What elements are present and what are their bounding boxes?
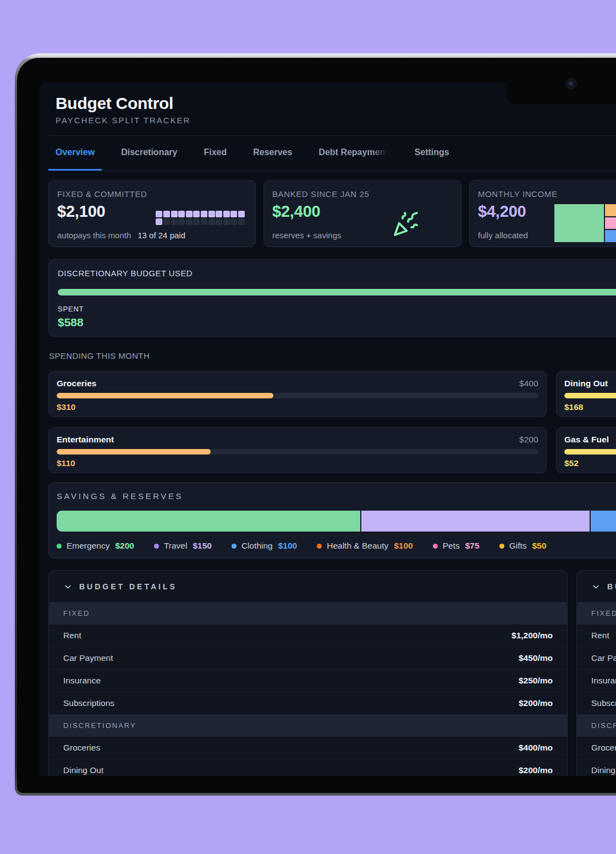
stat-label: MONTHLY INCOME <box>478 189 616 200</box>
tab-settings[interactable]: Settings <box>408 136 457 171</box>
allocation-treemap-chart <box>554 204 616 242</box>
savings-reserves-card: SAVINGS & RESERVES Emergency$200Travel$1… <box>48 482 616 559</box>
stat-sub-highlight: 13 of 24 paid <box>138 231 185 240</box>
budget-details-collapse-header[interactable]: BUDGET DETAILS <box>577 571 616 602</box>
spending-progress-fill <box>564 393 616 398</box>
autopay-cell-paid <box>156 218 162 225</box>
webcam-icon <box>565 78 577 90</box>
spending-cards-grid: Groceries$400$310Dining Out$200$168Enter… <box>48 371 616 473</box>
autopay-cell-paid <box>201 211 207 217</box>
autopay-cell-paid <box>186 211 193 217</box>
spending-progress-track <box>564 393 616 398</box>
details-row-car-payment: Car Payment$450/mo <box>49 647 567 669</box>
spending-progress-track <box>564 449 616 455</box>
autopay-cell-unpaid <box>193 218 200 225</box>
legend-value: $100 <box>394 540 413 551</box>
page-subtitle: PAYCHECK SPLIT TRACKER <box>56 115 616 126</box>
discretionary-budget-card: DISCRETIONARY BUDGET USED SPENT $588 <box>48 259 616 337</box>
legend-name: Clothing <box>241 540 273 551</box>
budget-details-title: BUDGET DETAILS <box>79 581 177 593</box>
details-row-name: Insurance <box>63 676 101 686</box>
legend-name: Emergency <box>67 540 109 551</box>
allocation-block-main <box>554 204 604 242</box>
spending-card-header: Gas & Fuel$100 <box>564 434 616 445</box>
details-row-value: $1,200/mo <box>512 631 553 640</box>
details-row-name: Groceries <box>63 743 100 753</box>
tab-overview[interactable]: Overview <box>48 136 102 171</box>
autopay-cell-unpaid <box>208 218 215 225</box>
laptop-mockup: Budget Control PAYCHECK SPLIT TRACKER Ov… <box>15 53 616 796</box>
party-popper-icon <box>393 211 419 239</box>
legend-item-health-beauty: Health & Beauty$100 <box>317 540 413 551</box>
spending-amount-spent: $110 <box>57 458 538 468</box>
details-row-name: Subscriptions <box>63 698 114 708</box>
budget-details-collapse-header[interactable]: BUDGET DETAILS <box>49 571 567 602</box>
savings-legend: Emergency$200Travel$150Clothing$100Healt… <box>57 540 616 551</box>
details-row-name: Rent <box>591 631 609 640</box>
tab-reserves[interactable]: Reserves <box>246 136 299 171</box>
autopay-cell-unpaid <box>163 218 170 225</box>
tab-debt-repayment[interactable]: Debt Repayment <box>311 136 395 171</box>
autopay-cell-paid <box>171 211 178 217</box>
legend-dot-icon <box>232 544 237 549</box>
allocation-block <box>605 230 616 242</box>
details-row-insurance: Insurance$250/mo <box>49 669 567 692</box>
spending-category-budget: $400 <box>519 377 538 389</box>
autopay-cell-unpaid <box>178 218 185 225</box>
autopay-cell-paid <box>178 211 185 217</box>
tab-discretionary[interactable]: Discretionary <box>114 136 184 171</box>
savings-stacked-bar <box>57 511 616 532</box>
spending-card-dining-out: Dining Out$200$168 <box>556 371 616 417</box>
chevron-down-icon <box>591 582 601 592</box>
stat-subtext: reserves + savings <box>272 230 453 241</box>
autopay-cell-paid <box>216 211 222 217</box>
spending-amount-spent: $168 <box>564 402 616 412</box>
legend-dot-icon <box>57 544 62 549</box>
details-row-rent: Rent$1,200/mo <box>577 624 616 647</box>
savings-segment-clothing <box>591 511 616 532</box>
details-row-value: $250/mo <box>519 676 553 686</box>
legend-value: $50 <box>532 540 547 551</box>
discretionary-progress-track <box>58 289 616 295</box>
autopay-cell-unpaid <box>230 218 237 225</box>
discretionary-label: DISCRETIONARY BUDGET USED <box>58 268 616 279</box>
stat-label: FIXED & COMMITTED <box>57 189 247 200</box>
spending-progress-fill <box>57 393 273 398</box>
chevron-down-icon <box>63 582 73 592</box>
autopay-cell-unpaid <box>201 218 207 225</box>
autopay-cell-unpaid <box>186 218 193 225</box>
details-row-dining-out: Dining Out$200/mo <box>49 759 567 776</box>
autopay-cell-unpaid <box>216 218 222 225</box>
legend-item-emergency: Emergency$200 <box>57 540 134 551</box>
legend-name: Health & Beauty <box>327 540 388 551</box>
spending-progress-fill <box>57 449 211 455</box>
stat-value: $2,400 <box>272 202 453 221</box>
details-row-value: $200/mo <box>519 765 553 775</box>
details-row-subscriptions: Subscriptions$200/mo <box>49 692 567 714</box>
spending-category-name: Dining Out <box>564 377 608 389</box>
stat-card-fixed-committed: FIXED & COMMITTED $2,100 autopays this m… <box>48 180 256 247</box>
tab-label: Debt Repayment <box>318 147 388 157</box>
stat-subtext: autopays this month13 of 24 paid <box>57 230 247 241</box>
budget-details-grid: BUDGET DETAILSFIXEDRent$1,200/moCar Paym… <box>48 570 616 776</box>
details-row-value: $450/mo <box>519 653 553 663</box>
legend-item-clothing: Clothing$100 <box>232 540 297 551</box>
autopay-cell-paid <box>223 211 230 217</box>
savings-section-label: SAVINGS & RESERVES <box>57 491 616 502</box>
spending-amount-spent: $310 <box>57 402 538 412</box>
spending-category-name: Entertainment <box>57 434 114 445</box>
details-row-rent: Rent$1,200/mo <box>49 624 567 647</box>
details-row-subscriptions: Subscriptions$200/mo <box>577 692 616 714</box>
tab-label: Overview <box>56 147 95 157</box>
tab-label: Fixed <box>204 147 227 157</box>
spending-category-name: Groceries <box>57 377 96 389</box>
budget-details-panel: BUDGET DETAILSFIXEDRent$1,200/moCar Paym… <box>576 570 616 776</box>
spending-card-header: Entertainment$200 <box>57 434 538 445</box>
tab-fixed[interactable]: Fixed <box>196 136 234 171</box>
legend-value: $100 <box>278 540 297 551</box>
details-row-value: $400/mo <box>519 743 553 753</box>
spending-card-header: Dining Out$200 <box>564 377 616 389</box>
laptop-screen: Budget Control PAYCHECK SPLIT TRACKER Ov… <box>40 83 616 776</box>
stat-cards-row: FIXED & COMMITTED $2,100 autopays this m… <box>48 180 616 247</box>
details-row-value: $200/mo <box>519 698 553 708</box>
